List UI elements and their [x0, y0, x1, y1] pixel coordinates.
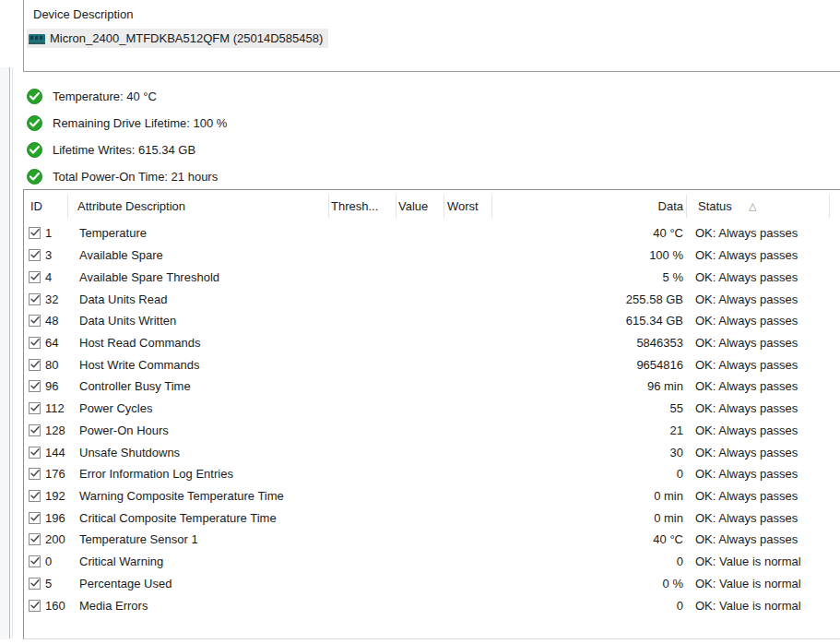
- attribute-data: 0 min: [540, 489, 683, 503]
- health-overview-text: Total Power-On Time: 21 hours: [53, 170, 218, 184]
- column-header-value[interactable]: Value: [398, 190, 428, 222]
- attribute-row[interactable]: 64 Host Read Commands 5846353 OK: Always…: [24, 332, 840, 354]
- attribute-id: 160: [45, 599, 65, 613]
- smart-attributes-table: ID Attribute Description Thresh... Value…: [23, 189, 840, 639]
- attribute-id: 80: [45, 358, 58, 372]
- table-header: ID Attribute Description Thresh... Value…: [24, 190, 840, 222]
- attribute-checkbox[interactable]: [29, 600, 41, 612]
- attribute-row[interactable]: 1 Temperature 40 °C OK: Always passes: [24, 222, 840, 244]
- attribute-checkbox[interactable]: [29, 424, 41, 436]
- attribute-row[interactable]: 32 Data Units Read 255.58 GB OK: Always …: [24, 288, 840, 310]
- attribute-status: OK: Always passes: [695, 379, 798, 393]
- attribute-checkbox[interactable]: [29, 533, 41, 545]
- attribute-checkbox[interactable]: [29, 249, 41, 261]
- attribute-data: 40 °C: [540, 532, 683, 546]
- attribute-row[interactable]: 112 Power Cycles 55 OK: Always passes: [24, 398, 840, 420]
- attribute-status: OK: Always passes: [695, 358, 798, 372]
- attribute-id: 48: [45, 314, 58, 328]
- header-separator[interactable]: [686, 195, 687, 218]
- attribute-status: OK: Always passes: [695, 248, 798, 262]
- health-overview-item: Remaining Drive Lifetime: 100 %: [27, 110, 580, 137]
- attribute-id: 112: [45, 401, 65, 415]
- health-overview: Temperature: 40 °C Remaining Drive Lifet…: [27, 83, 580, 190]
- attribute-checkbox[interactable]: [29, 490, 41, 502]
- header-separator[interactable]: [444, 195, 444, 218]
- attribute-data: 255.58 GB: [540, 292, 683, 306]
- attribute-checkbox[interactable]: [29, 402, 41, 414]
- attribute-description: Percentage Used: [79, 577, 172, 590]
- attribute-checkbox[interactable]: [29, 468, 41, 480]
- attribute-id: 1: [45, 226, 52, 240]
- attribute-row[interactable]: 128 Power-On Hours 21 OK: Always passes: [24, 419, 840, 441]
- header-separator[interactable]: [67, 195, 68, 218]
- panel-divider[interactable]: [9, 67, 10, 638]
- attribute-id: 96: [45, 379, 58, 393]
- attribute-row[interactable]: 48 Data Units Written 615.34 GB OK: Alwa…: [24, 310, 840, 332]
- attribute-row[interactable]: 80 Host Write Commands 9654816 OK: Alway…: [24, 353, 840, 376]
- column-header-status[interactable]: Status: [698, 190, 732, 222]
- attribute-checkbox[interactable]: [29, 315, 41, 327]
- device-description-groupbox: Device Description Micron_2400_MTFDKBA51…: [23, 0, 840, 72]
- attribute-checkbox[interactable]: [29, 293, 41, 305]
- header-separator[interactable]: [328, 195, 329, 218]
- panel-divider-highlight: [12, 67, 13, 638]
- attribute-id: 0: [45, 555, 52, 568]
- attribute-status: OK: Always passes: [695, 292, 798, 306]
- health-overview-text: Remaining Drive Lifetime: 100 %: [53, 116, 227, 130]
- attribute-row[interactable]: 196 Critical Composite Temperature Time …: [24, 507, 840, 529]
- header-separator[interactable]: [396, 195, 396, 218]
- attribute-row[interactable]: 0 Critical Warning 0 OK: Value is normal: [24, 551, 840, 573]
- column-header-worst[interactable]: Worst: [447, 190, 479, 222]
- attribute-row[interactable]: 96 Controller Busy Time 96 min OK: Alway…: [24, 376, 840, 398]
- attribute-checkbox[interactable]: [29, 359, 41, 371]
- left-panel-strip: [0, 67, 9, 639]
- attribute-checkbox[interactable]: [29, 512, 41, 524]
- sort-ascending-icon: △: [749, 190, 756, 222]
- attribute-row[interactable]: 160 Media Errors 0 OK: Value is normal: [24, 594, 840, 616]
- device-name: Micron_2400_MTFDKBA512QFM (25014D585458): [50, 31, 323, 45]
- attribute-description: Critical Warning: [79, 555, 163, 568]
- attribute-row[interactable]: 5 Percentage Used 0 % OK: Value is norma…: [24, 573, 840, 595]
- attribute-description: Data Units Written: [79, 314, 176, 328]
- column-header-attribute[interactable]: Attribute Description: [77, 190, 185, 222]
- attribute-row[interactable]: 144 Unsafe Shutdowns 30 OK: Always passe…: [24, 441, 840, 463]
- attribute-checkbox[interactable]: [29, 337, 41, 349]
- attribute-checkbox[interactable]: [29, 555, 41, 567]
- attribute-row[interactable]: 3 Available Spare 100 % OK: Always passe…: [24, 244, 840, 267]
- attribute-status: OK: Value is normal: [695, 555, 801, 568]
- device-list-item[interactable]: Micron_2400_MTFDKBA512QFM (25014D585458): [27, 29, 328, 48]
- table-body: 1 Temperature 40 °C OK: Always passes 3 …: [24, 222, 840, 616]
- attribute-status: OK: Always passes: [695, 467, 798, 481]
- attribute-description: Temperature: [79, 226, 147, 240]
- attribute-row[interactable]: 192 Warning Composite Temperature Time 0…: [24, 485, 840, 507]
- attribute-data: 0 %: [540, 577, 683, 590]
- attribute-status: OK: Always passes: [695, 489, 798, 503]
- attribute-data: 0 min: [540, 511, 683, 525]
- attribute-checkbox[interactable]: [29, 380, 41, 392]
- attribute-description: Controller Busy Time: [79, 379, 191, 393]
- column-header-threshold[interactable]: Thresh...: [331, 190, 378, 222]
- attribute-description: Error Information Log Entries: [79, 467, 233, 481]
- attribute-checkbox[interactable]: [29, 447, 41, 459]
- header-separator[interactable]: [829, 195, 830, 218]
- attribute-data: 30: [540, 446, 683, 459]
- header-separator[interactable]: [491, 195, 492, 218]
- health-overview-text: Lifetime Writes: 615.34 GB: [53, 143, 195, 157]
- attribute-row[interactable]: 176 Error Information Log Entries 0 OK: …: [24, 463, 840, 485]
- attribute-row[interactable]: 4 Available Spare Threshold 5 % OK: Alwa…: [24, 266, 840, 288]
- column-header-data[interactable]: Data: [540, 190, 683, 222]
- attribute-data: 5846353: [540, 336, 683, 350]
- attribute-checkbox[interactable]: [29, 227, 41, 239]
- attribute-description: Host Read Commands: [79, 336, 201, 350]
- attribute-checkbox[interactable]: [29, 271, 41, 283]
- attribute-status: OK: Always passes: [695, 401, 798, 415]
- column-header-id[interactable]: ID: [30, 190, 42, 222]
- attribute-row[interactable]: 200 Temperature Sensor 1 40 °C OK: Alway…: [24, 529, 840, 551]
- attribute-status: OK: Always passes: [695, 511, 798, 525]
- ok-check-icon: [27, 89, 42, 104]
- attribute-checkbox[interactable]: [29, 578, 41, 590]
- attribute-status: OK: Always passes: [695, 423, 798, 437]
- attribute-data: 96 min: [540, 379, 683, 393]
- ok-check-icon: [27, 115, 42, 131]
- attribute-description: Media Errors: [79, 599, 148, 613]
